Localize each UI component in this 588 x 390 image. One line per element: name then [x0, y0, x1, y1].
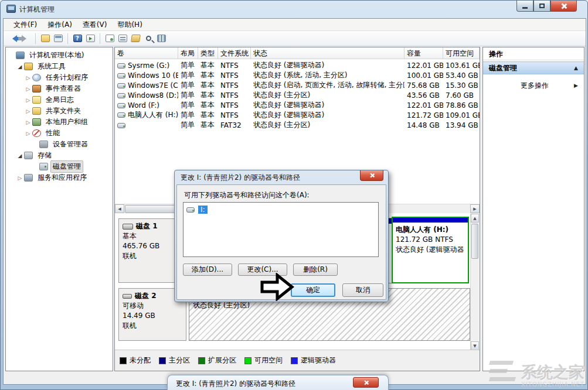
maximize-button[interactable]: [533, 1, 550, 12]
menu-help[interactable]: 帮助(H): [112, 19, 147, 31]
column-type[interactable]: 类型: [198, 47, 218, 59]
column-free-space[interactable]: 可用空间: [443, 47, 480, 59]
close-icon: [560, 3, 567, 9]
log-icon: [32, 96, 41, 104]
show-console-icon: [86, 35, 95, 42]
partition-h[interactable]: 电脑人人有 (H:) 121.72 GB NTFS 状态良好 (逻辑驱动器: [392, 217, 469, 283]
scroll-left-icon[interactable]: ◀: [115, 204, 124, 213]
tree-item-disk-management[interactable]: 磁盘管理: [8, 161, 113, 172]
dialog-close-button[interactable]: [360, 170, 383, 181]
search-button[interactable]: [142, 33, 154, 45]
cancel-button[interactable]: 取消: [342, 283, 383, 297]
minimize-button[interactable]: [516, 1, 533, 12]
device-grid-button[interactable]: [155, 33, 167, 45]
legend-swatch: [120, 357, 127, 364]
collapse-icon[interactable]: ▲: [574, 65, 578, 71]
remove-button[interactable]: 删除(R): [293, 264, 338, 276]
tree-item-performance[interactable]: ▷性能: [8, 128, 113, 139]
volume-icon: [117, 63, 125, 69]
bottom-dialog-close-button[interactable]: [353, 377, 379, 388]
tree-item-device-manager[interactable]: 设备管理器: [8, 139, 113, 150]
volume-row-d[interactable]: Windows8 (D:) 简单 基本 NTFS 状态良好 (主分区) 43.5…: [115, 90, 471, 100]
device-manager-icon: [39, 141, 48, 148]
refresh-button[interactable]: [104, 33, 115, 45]
tree-item-global-log[interactable]: ▷全局日志: [8, 94, 113, 105]
menu-action[interactable]: 操作(A): [42, 19, 77, 31]
legend: 未分配 主分区 扩展分区 可用空间 逻辑驱动器: [115, 350, 480, 371]
column-status[interactable]: 状态: [251, 47, 405, 59]
column-layout[interactable]: 布局: [178, 47, 198, 59]
forward-button[interactable]: [20, 33, 32, 45]
open-folder-button[interactable]: [130, 33, 141, 45]
scroll-right-icon[interactable]: ▶: [470, 204, 480, 213]
bottom-dialog-title: 更改 I: (青青照片2) 的驱动器号和路径: [176, 379, 295, 389]
console-window-icon: [54, 35, 63, 42]
column-volume[interactable]: 卷: [115, 47, 178, 59]
forward-icon: [22, 35, 30, 42]
back-button[interactable]: [7, 33, 19, 45]
drive-letter-item[interactable]: I:: [186, 206, 208, 214]
ok-button[interactable]: 确定: [291, 283, 335, 297]
tree-item-services-applications[interactable]: ▷服务和应用程序: [8, 172, 113, 183]
task-scheduler-icon: [32, 74, 41, 81]
volume-row-h[interactable]: 电脑人人有 (H:) 简单 基本 NTFS 状态良好 (逻辑驱动器) 121.7…: [115, 110, 471, 120]
volume-row-g[interactable]: Sysrme (G:) 简单 基本 NTFS 状态良好 (逻辑驱动器) 122.…: [115, 60, 471, 70]
tree-item-system-tools[interactable]: ◢系统工具: [8, 61, 113, 72]
users-icon: [32, 118, 41, 126]
toolbar-separator: [100, 33, 100, 44]
more-actions-item[interactable]: 更多操作 ▶: [483, 79, 584, 92]
properties-button[interactable]: [117, 33, 128, 45]
help-icon: ?: [73, 35, 82, 42]
tree-item-local-users-groups[interactable]: ▷本地用户和组: [8, 117, 113, 128]
tree-item-shared-folders[interactable]: ▷共享文件夹: [8, 105, 113, 117]
console-tree: 计算机管理(本地) ◢系统工具 ▷任务计划程序 ▷事件查看器 ▷全局日志 ▷共享…: [5, 47, 113, 371]
export-list-icon: [41, 35, 50, 42]
actions-group-disk-management[interactable]: 磁盘管理 ▲: [483, 61, 584, 74]
volume-row-removable[interactable]: 简单 基本 FAT32 状态良好 (主分区) 14.48 GB 13.94 GB: [115, 120, 471, 130]
tree-item-computer-management[interactable]: 计算机管理(本地): [8, 50, 113, 61]
scrollbar-thumb[interactable]: [471, 224, 478, 259]
device-grid-icon: [157, 35, 166, 42]
legend-extended: 扩展分区: [198, 355, 236, 365]
column-capacity[interactable]: 容量: [405, 47, 443, 59]
column-filesystem[interactable]: 文件系统: [218, 47, 251, 59]
volume-icon: [117, 83, 125, 88]
volume-table-header: 卷 布局 类型 文件系统 状态 容量 可用空间: [115, 47, 480, 59]
menu-file[interactable]: 文件(F): [8, 19, 42, 31]
show-console-button[interactable]: [84, 33, 96, 45]
legend-swatch: [159, 357, 166, 364]
close-button[interactable]: [550, 1, 577, 12]
bottom-dialog-fragment[interactable]: 更改 I: (青青照片2) 的驱动器号和路径: [167, 375, 389, 390]
dialog-title[interactable]: 更改 I: (青青照片2) 的驱动器号和路径: [175, 170, 388, 184]
add-button[interactable]: 添加(D)...: [183, 264, 232, 276]
drive-letter-listbox[interactable]: I:: [183, 202, 379, 257]
close-icon: [363, 380, 369, 385]
annotation-arrow: [260, 273, 294, 301]
disk-icon: [123, 224, 133, 230]
console-window-button[interactable]: [52, 33, 64, 45]
properties-icon: [118, 35, 127, 42]
export-list-button[interactable]: [39, 33, 51, 45]
title-bar[interactable]: 计算机管理: [1, 1, 587, 18]
volume-icon: [117, 112, 125, 118]
vertical-scrollbar[interactable]: ▲ ▼: [470, 214, 479, 350]
menu-view[interactable]: 查看(V): [77, 19, 113, 31]
tree-item-event-viewer[interactable]: ▷事件查看器: [8, 83, 113, 94]
close-icon: [369, 173, 375, 178]
scroll-down-icon[interactable]: ▼: [471, 341, 479, 350]
scroll-up-icon[interactable]: ▲: [471, 214, 479, 223]
tree-item-task-scheduler[interactable]: ▷任务计划程序: [8, 72, 113, 83]
minimize-icon: [522, 7, 528, 9]
app-icon: [6, 5, 16, 13]
actions-pane: 操作 磁盘管理 ▲ 更多操作 ▶: [482, 47, 584, 371]
legend-unallocated: 未分配: [120, 355, 151, 365]
help-button[interactable]: ?: [72, 33, 83, 45]
open-folder-icon: [131, 35, 141, 42]
logical-drive-bar: [393, 218, 468, 223]
legend-free: 可用空间: [244, 355, 283, 365]
tree-item-storage[interactable]: ◢存储: [8, 150, 113, 161]
volume-row-f[interactable]: Word (F:) 简单 基本 NTFS 状态良好 (逻辑驱动器) 122.01…: [115, 100, 471, 110]
disk-management-icon: [39, 163, 48, 170]
volume-row-e[interactable]: Windows 10 (E:) 简单 基本 NTFS 状态良好 (系统, 活动,…: [115, 70, 471, 80]
volume-row-c[interactable]: Windows7E (C:) 简单 基本 NTFS 状态良好 (启动, 页面文件…: [115, 80, 471, 90]
